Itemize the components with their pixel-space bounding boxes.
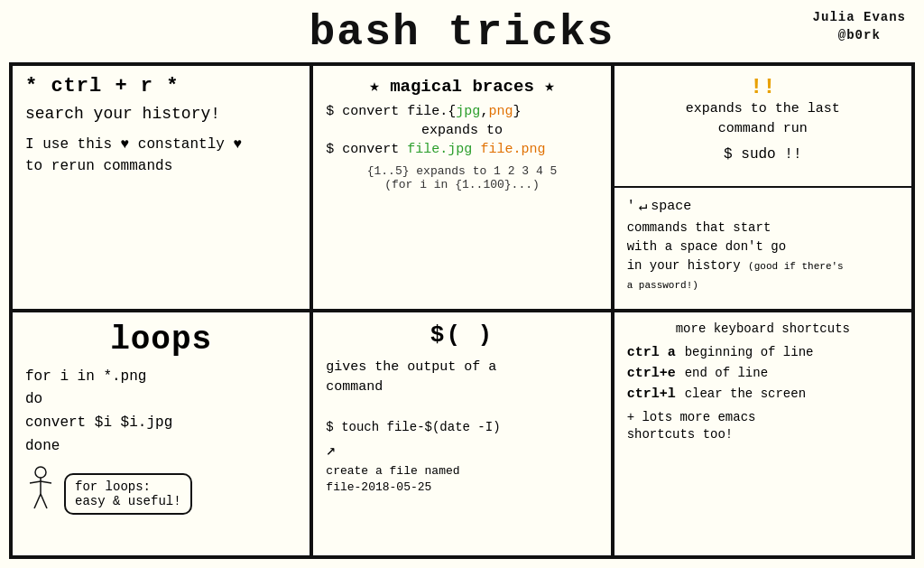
- svg-line-5: [41, 494, 47, 508]
- ctrl-r-line2: to rerun commands: [25, 155, 297, 177]
- dollar-note: create a file named file-2018-05-25: [326, 463, 597, 496]
- bubble-line2: easy & useful!: [75, 494, 181, 508]
- ctrl-r-title: * ctrl + r *: [25, 75, 297, 98]
- braces-for: (for i in {1..100}...): [326, 178, 597, 191]
- loops-line3: convert $i $i.jpg: [25, 412, 297, 435]
- dollar-desc-line1: gives the output of a: [326, 358, 597, 378]
- shortcuts-more: + lots more emacs shortcuts too!: [627, 409, 899, 444]
- space-label: space: [651, 199, 691, 214]
- dollar-arrow-icon: ↗: [326, 440, 597, 460]
- dollar-desc-line2: command: [326, 377, 597, 398]
- shortcut-row-ctrle: ctrl+e end of line: [627, 366, 899, 381]
- braces-expands: expands to: [326, 123, 597, 138]
- bang-title: !!: [627, 75, 899, 99]
- author-handle: @b0rk: [813, 27, 906, 45]
- braces-filepng: file.png: [480, 142, 545, 157]
- author-name: Julia Evans: [813, 9, 906, 27]
- stick-figure-icon: [25, 465, 57, 515]
- space-title-line: ' ↵ space: [627, 197, 899, 215]
- braces-range: {1..5} expands to 1 2 3 4 5: [326, 164, 597, 178]
- dollar-note-line1: create a file named: [326, 463, 597, 480]
- svg-line-2: [30, 481, 41, 483]
- shortcut-desc-ctrll: clear the screen: [685, 386, 806, 401]
- loops-title: loops: [25, 321, 297, 358]
- shortcut-desc-ctrle: end of line: [685, 366, 768, 380]
- braces-filejpg: file.jpg: [407, 142, 472, 157]
- braces-png: png: [488, 104, 513, 119]
- shortcuts-more-line1: + lots more emacs: [627, 409, 899, 427]
- author-block: Julia Evans @b0rk: [813, 9, 906, 44]
- space-arrow-icon: ↵: [639, 197, 648, 215]
- ctrl-r-subtitle: search your history!: [25, 105, 297, 123]
- cell-ctrl-r: * ctrl + r * search your history! I use …: [11, 64, 311, 311]
- space-line3: in your history (good if there'sa passwo…: [627, 256, 899, 294]
- dollar-note-line2: file-2018-05-25: [326, 480, 597, 496]
- space-quote: ': [627, 199, 635, 214]
- dollar-desc: gives the output of a command: [326, 358, 597, 398]
- loops-line4: done: [25, 435, 297, 459]
- bang-exclamations: !!: [750, 75, 776, 99]
- bang-desc: expands to the last command run $ sudo !…: [627, 99, 899, 165]
- shortcut-key-ctrle: ctrl+e: [627, 366, 681, 381]
- space-note: (good if there'sa password!): [627, 261, 844, 291]
- braces-code1: $ convert file.{jpg,png}: [326, 104, 597, 119]
- loops-speech-bubble: for loops: easy & useful!: [64, 473, 192, 515]
- shortcuts-more-line2: shortcuts too!: [627, 426, 899, 444]
- ctrl-r-desc: I use this ♥ constantly ♥ to rerun comma…: [25, 134, 297, 177]
- cell-loops: loops for i in *.png do convert $i $i.jp…: [11, 311, 311, 557]
- loops-line1: for i in *.png: [25, 366, 297, 389]
- shortcut-key-ctrla: ctrl a: [627, 345, 681, 360]
- braces-jpg: jpg: [456, 104, 480, 119]
- shortcut-key-ctrll: ctrl+l: [627, 386, 681, 402]
- bang-code: $ sudo !!: [627, 144, 899, 165]
- braces-note1: {1..5} expands to 1 2 3 4 5 (for i in {1…: [326, 164, 597, 191]
- space-line1: commands that start: [627, 219, 899, 237]
- bubble-line1: for loops:: [75, 480, 181, 494]
- cell-space-commands: ' ↵ space commands that start with a spa…: [614, 188, 911, 309]
- cell-right-column: !! expands to the last command run $ sud…: [613, 64, 913, 311]
- shortcut-desc-ctrla: beginning of line: [685, 345, 814, 359]
- braces-dollar: $ convert file.{: [326, 104, 456, 119]
- shortcuts-title: more keyboard shortcuts: [627, 321, 899, 336]
- braces-code2: $ convert file.jpg file.png: [326, 142, 597, 157]
- page: bash tricks Julia Evans @b0rk * ctrl + r…: [0, 0, 924, 568]
- bang-desc-text: expands to the last: [627, 99, 899, 120]
- shortcut-row-ctrll: ctrl+l clear the screen: [627, 386, 899, 402]
- svg-line-3: [41, 481, 51, 483]
- svg-point-0: [35, 467, 46, 478]
- main-title: bash tricks: [9, 9, 915, 57]
- dollar-code: $ touch file-$(date -I): [326, 420, 597, 434]
- loops-bottom: for loops: easy & useful!: [25, 465, 297, 515]
- braces-convert2: $ convert: [326, 142, 407, 157]
- dollar-title: $( ): [326, 321, 597, 349]
- cell-shortcuts: more keyboard shortcuts ctrl a beginning…: [613, 311, 913, 557]
- svg-line-4: [34, 494, 41, 508]
- header: bash tricks Julia Evans @b0rk: [9, 9, 915, 57]
- cell-dollar-paren: $( ) gives the output of a command $ tou…: [311, 311, 612, 557]
- main-grid: * ctrl + r * search your history! I use …: [9, 62, 915, 559]
- loops-code: for i in *.png do convert $i $i.jpg done: [25, 366, 297, 458]
- bang-desc-text2: command run: [627, 119, 899, 140]
- space-desc: commands that start with a space don't g…: [627, 219, 899, 294]
- loops-line2: do: [25, 388, 297, 412]
- space-line2: with a space don't go: [627, 237, 899, 256]
- ctrl-r-line1: I use this ♥ constantly ♥: [25, 134, 297, 155]
- braces-title: ★ magical braces ★: [326, 75, 597, 97]
- shortcut-row-ctrla: ctrl a beginning of line: [627, 345, 899, 360]
- braces-close: }: [513, 104, 521, 119]
- cell-magical-braces: ★ magical braces ★ $ convert file.{jpg,p…: [311, 64, 612, 311]
- cell-bang-bang: !! expands to the last command run $ sud…: [614, 66, 911, 189]
